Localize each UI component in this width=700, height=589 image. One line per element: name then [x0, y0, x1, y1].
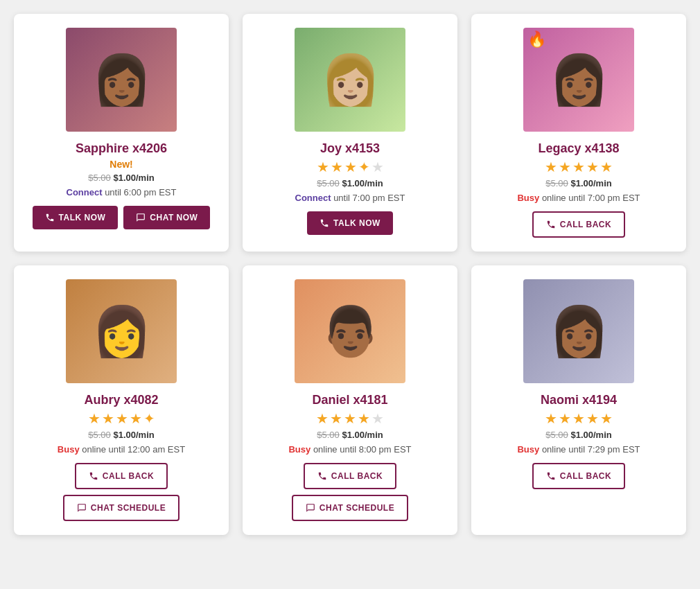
photo-wrapper: 👩🏾: [523, 279, 634, 383]
button-row: TALK NOW: [307, 211, 393, 235]
advisor-grid: 👩🏾 Sapphire x4206 New! $5.00 $1.00/min C…: [14, 14, 686, 535]
status: Busy online until 7:29 pm EST: [517, 444, 640, 455]
advisor-name: Joy x4153: [320, 141, 380, 156]
chat-schedule-button[interactable]: CHAT SCHEDULE: [63, 495, 180, 521]
btn-label: CHAT NOW: [150, 213, 198, 222]
star-full: ★: [559, 410, 571, 427]
status: Connect until 6:00 pm EST: [67, 187, 177, 197]
chat-now-button[interactable]: CHAT NOW: [123, 206, 210, 229]
card-legacy: 👩🏾 🔥 Legacy x4138 ★★★★★ $5.00 $1.00/min …: [471, 14, 686, 252]
price-old: $5.00: [88, 430, 111, 440]
call-back-button[interactable]: CALL BACK: [75, 463, 168, 489]
star-full: ★: [88, 410, 100, 427]
status-time: online until 7:00 pm EST: [542, 193, 640, 203]
phone-icon: [546, 220, 556, 229]
status: Connect until 7:00 pm EST: [295, 193, 405, 203]
stars: ★★★★★: [545, 410, 613, 427]
photo-wrapper: 👩: [66, 279, 177, 383]
chat-schedule-button[interactable]: CHAT SCHEDULE: [292, 495, 408, 521]
star-full: ★: [545, 159, 557, 175]
advisor-name: Daniel x4181: [312, 393, 387, 407]
call-back-button[interactable]: CALL BACK: [304, 463, 396, 489]
status: Busy online until 7:00 pm EST: [517, 193, 640, 203]
star-half: ✦: [143, 410, 155, 427]
star-full: ★: [316, 410, 329, 427]
card-daniel: 👨🏾 Daniel x4181 ★★★★★ $5.00 $1.00/min Bu…: [243, 265, 457, 535]
price-old: $5.00: [317, 178, 340, 188]
star-full: ★: [331, 159, 343, 175]
star-empty: ★: [371, 410, 384, 427]
price-new: $1.00/min: [113, 173, 154, 183]
chat-icon: [306, 503, 315, 513]
star-full: ★: [600, 410, 613, 427]
star-full: ★: [358, 410, 370, 427]
status: Busy online until 12:00 am EST: [58, 444, 185, 455]
status-label: Busy: [58, 444, 80, 455]
status-label: Busy: [517, 444, 539, 455]
status-time: until 6:00 pm EST: [105, 187, 176, 197]
star-full: ★: [116, 410, 128, 427]
photo-wrapper: 👨🏾: [295, 279, 405, 383]
talk-now-button[interactable]: TALK NOW: [307, 211, 393, 235]
chat-icon: [77, 503, 87, 513]
price: $5.00 $1.00/min: [317, 430, 383, 440]
star-full: ★: [572, 410, 585, 427]
star-full: ★: [344, 410, 356, 427]
phone-icon: [45, 213, 55, 222]
chat-icon: [136, 213, 146, 222]
stars: ★★★★★: [316, 410, 384, 427]
star-empty: ★: [371, 159, 384, 175]
button-row: CALL BACKCHAT SCHEDULE: [28, 463, 215, 521]
status-label: Connect: [295, 193, 331, 203]
price: $5.00 $1.00/min: [317, 178, 383, 188]
new-badge: New!: [110, 159, 132, 170]
star-full: ★: [317, 159, 329, 175]
card-joy: 👩🏼 Joy x4153 ★★★✦★ $5.00 $1.00/min Conne…: [243, 14, 457, 252]
photo-wrapper: 👩🏾: [66, 28, 177, 132]
price-old: $5.00: [545, 430, 568, 440]
stars: ★★★✦★: [317, 159, 384, 175]
star-full: ★: [586, 410, 599, 427]
advisor-name: Legacy x4138: [538, 141, 619, 156]
price-new: $1.00/min: [113, 430, 154, 440]
price-new: $1.00/min: [342, 178, 383, 188]
btn-label: TALK NOW: [333, 218, 380, 228]
btn-label: CALL BACK: [560, 471, 611, 481]
price-old: $5.00: [88, 173, 111, 183]
status-label: Busy: [517, 193, 539, 203]
star-full: ★: [102, 410, 114, 427]
status-time: online until 12:00 am EST: [82, 444, 185, 455]
star-full: ★: [344, 159, 357, 175]
advisor-photo: 👩🏾: [523, 279, 634, 383]
status-label: Busy: [288, 444, 310, 455]
button-row: TALK NOWCHAT NOW: [33, 206, 211, 229]
price-old: $5.00: [545, 178, 568, 188]
advisor-name: Naomi x4194: [541, 393, 617, 407]
btn-label: CALL BACK: [560, 220, 611, 229]
call-back-button[interactable]: CALL BACK: [532, 463, 625, 489]
star-full: ★: [600, 159, 613, 175]
price: $5.00 $1.00/min: [545, 178, 611, 188]
status-time: online until 7:29 pm EST: [542, 444, 640, 455]
phone-icon: [546, 471, 556, 481]
phone-icon: [89, 471, 98, 481]
btn-label: TALK NOW: [59, 213, 106, 222]
price: $5.00 $1.00/min: [545, 430, 611, 440]
advisor-name: Sapphire x4206: [76, 141, 167, 156]
price: $5.00 $1.00/min: [88, 173, 154, 183]
status-time: until 7:00 pm EST: [333, 193, 405, 203]
advisor-photo: 👩🏼: [295, 28, 405, 132]
call-back-button[interactable]: CALL BACK: [532, 211, 625, 238]
fire-badge: 🔥: [527, 30, 546, 49]
talk-now-button[interactable]: TALK NOW: [33, 206, 119, 229]
phone-icon: [320, 218, 329, 228]
price-new: $1.00/min: [342, 430, 383, 440]
button-row: CALL BACK: [532, 211, 625, 238]
advisor-photo: 👨🏾: [295, 279, 405, 383]
advisor-photo: 👩: [66, 279, 177, 383]
button-row: CALL BACK: [532, 463, 625, 489]
star-full: ★: [586, 159, 599, 175]
status-label: Connect: [67, 187, 103, 197]
button-row: CALL BACKCHAT SCHEDULE: [256, 463, 444, 521]
star-half: ✦: [358, 159, 370, 175]
